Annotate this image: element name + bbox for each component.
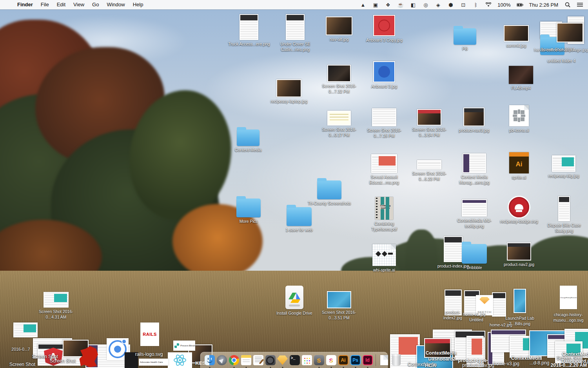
dock-finder[interactable] bbox=[204, 355, 215, 366]
dock-indesign[interactable]: Id bbox=[362, 355, 373, 366]
spotlight-search-icon[interactable] bbox=[564, 2, 571, 8]
dock-textedit[interactable] bbox=[253, 355, 263, 366]
desktop-icon-sprite-ai[interactable]: Ai sprite.ai bbox=[497, 152, 541, 180]
desktop-icon-recipeasy-big[interactable]: recipeasy-big.jpg bbox=[542, 155, 585, 179]
folder-icon bbox=[237, 129, 260, 146]
desktop-icon-ss017[interactable]: Screen Shot 2016-0...0.17 PM bbox=[318, 111, 361, 138]
desktop-folder-context-media[interactable]: Context-Media bbox=[227, 129, 270, 153]
desktop-icon-artboard3-copy[interactable]: Artboard 3 Copy.jpg bbox=[363, 15, 406, 43]
desktop-icon-install-google-drive[interactable]: Install Google Drive bbox=[273, 286, 316, 316]
icon-label: Combining Typefaces.pdf bbox=[363, 221, 406, 232]
dock-terminal[interactable]: >_ bbox=[289, 355, 300, 366]
advocate-health-icon[interactable]: Advocate Health Care bbox=[139, 359, 169, 366]
airplay-display-icon[interactable]: ⊡ bbox=[460, 2, 466, 8]
desktop-folder-tri-county[interactable]: Tri-County Screenshots bbox=[307, 180, 352, 206]
desktop-icon-mu-tooltip[interactable]: ContextMedia MU-tooltip.png bbox=[452, 199, 497, 229]
icon-label: FLAB.mp4 bbox=[511, 86, 531, 91]
desktop-icon-pb-icons[interactable]: pb-icons.ai bbox=[497, 105, 541, 133]
icon-label: PB bbox=[462, 46, 468, 52]
icon-label: rails-logo.svg bbox=[129, 352, 169, 358]
desktop-icon-ss715[interactable]: Screen Shot 2016-0...7.15 PM bbox=[363, 108, 406, 138]
desktop-icon-launchpad-lab[interactable] bbox=[514, 289, 526, 313]
icon-label: sprite.ai bbox=[512, 175, 526, 180]
desktop-folder-pb[interactable]: PB bbox=[443, 28, 486, 52]
chicago-logo-text: ChicagoHistoryMuseum bbox=[560, 297, 577, 299]
desktop-folder-more-pics[interactable]: More Pics bbox=[227, 199, 270, 224]
sketch-mirror-icon[interactable]: ◈ bbox=[435, 2, 441, 8]
desktop-icon-dispute-bills[interactable]: Dispute Bills Case Study.png bbox=[542, 196, 586, 233]
desktop-icon-hands-coffee[interactable] bbox=[557, 23, 583, 42]
menu-edit[interactable]: Edit bbox=[53, 0, 69, 9]
icon-label: recipeasy-laptop.jpg bbox=[270, 99, 307, 104]
dock-photoshop[interactable]: Ps bbox=[350, 355, 361, 366]
desktop-icon-ss732[interactable]: Screen Shot 2016-0...7.32 PM bbox=[318, 65, 361, 94]
desktop-icon-home-v2[interactable] bbox=[492, 292, 506, 317]
desktop-icon-truck[interactable]: Truck Access...ere.png bbox=[227, 14, 270, 47]
menu-window[interactable]: Window bbox=[103, 0, 129, 9]
pdf-cover-text: Combining typefaces bbox=[380, 205, 390, 209]
postgres-elephant-icon[interactable]: ⬢ bbox=[447, 2, 454, 8]
desktop-icon-recipeasy-laptop[interactable]: recipeasy-laptop.jpg bbox=[267, 79, 310, 104]
desktop-icon-nav-alt[interactable]: nav-alt.jpg bbox=[318, 16, 361, 42]
desktop-icon-product-nav3[interactable]: product-nav3.jpg bbox=[452, 107, 495, 133]
caffeine-icon[interactable]: ☕ bbox=[397, 2, 404, 8]
creative-cloud-icon[interactable]: ◎ bbox=[422, 2, 429, 8]
flume-icon[interactable]: ▣ bbox=[372, 2, 379, 8]
dock-notes[interactable] bbox=[241, 355, 251, 366]
desktop-folder-dribbble[interactable]: Dribbble bbox=[452, 244, 497, 271]
menu-finder[interactable]: Finder bbox=[13, 0, 37, 9]
dock-sketch[interactable] bbox=[277, 355, 288, 366]
contextmedia-icon[interactable]: ◧ bbox=[410, 2, 416, 8]
menu-view[interactable]: View bbox=[69, 0, 88, 9]
menu-clock[interactable]: Thu 2:26 PM bbox=[529, 2, 558, 8]
dock-new-document[interactable] bbox=[379, 355, 389, 366]
icon-label: hands-coffee-smartp.Arge.jpg bbox=[532, 47, 588, 53]
prevent-blindness-icon[interactable]: Prevent Blindness bbox=[173, 341, 195, 351]
dock-colorgrid-app[interactable] bbox=[301, 355, 312, 366]
dock-sublime-text[interactable]: S bbox=[314, 355, 324, 366]
desktop-icon-recipeasy-badge[interactable]: recipeasy-badge.svg bbox=[497, 197, 541, 224]
desktop-icon-undercover[interactable]: Under Cover SE Catlin...ries.png bbox=[272, 14, 318, 52]
wifi-icon[interactable] bbox=[485, 2, 492, 8]
dock-illustrator[interactable]: Ai bbox=[338, 355, 348, 366]
desktop-icon-chicago-history[interactable]: ChicagoHistoryMuseum bbox=[560, 286, 577, 309]
file-thumbnail bbox=[327, 111, 351, 126]
rails-logo-icon[interactable]: RAILS bbox=[140, 322, 159, 346]
battery-icon[interactable] bbox=[517, 2, 523, 8]
file-thumbnail bbox=[417, 160, 441, 169]
icon-label: ContextMedia bbox=[417, 350, 465, 357]
dock-slack[interactable]: S bbox=[326, 355, 336, 366]
file-thumbnail bbox=[327, 65, 351, 82]
file-thumbnail bbox=[276, 79, 301, 97]
desktop-icon-ss431[interactable]: Screen Shot 2016-0...4.31 AM bbox=[33, 292, 79, 320]
file-thumbnail bbox=[286, 14, 305, 40]
prevent-text: Prevent Blindness bbox=[180, 344, 199, 347]
desktop-icon-ss351[interactable]: Screen Shot 2016-0...3.51 PM bbox=[318, 291, 361, 321]
notification-center-icon[interactable] bbox=[577, 2, 583, 8]
menu-file[interactable]: File bbox=[37, 0, 53, 9]
dock-trash[interactable] bbox=[391, 355, 401, 366]
desktop-icon-cm-manag[interactable]: Context Media Manag...sers.jpg bbox=[452, 153, 496, 185]
dock-launchpad[interactable] bbox=[216, 355, 227, 366]
desktop-icon-whi-sprite[interactable]: whi-sprite.ai bbox=[361, 244, 407, 273]
desktop-icon-artboard3[interactable]: Artboard 3.jpg bbox=[363, 61, 406, 89]
desktop-icon-product-nav2[interactable]: product-nav2.jpg bbox=[497, 242, 541, 268]
menu-help[interactable]: Help bbox=[129, 0, 147, 9]
pile-thumbnail[interactable] bbox=[13, 322, 38, 337]
desktop-icon-sexual-assault[interactable]: Sexual Assault Educat...ms.png bbox=[361, 154, 407, 185]
desktop-icon-ss354[interactable]: Screen Shot 2016-0...3.54 PM bbox=[408, 109, 451, 138]
google-drive-icon[interactable]: ▲ bbox=[359, 2, 366, 8]
desktop-folder-1-save-for-web[interactable]: 1-save for web bbox=[277, 207, 321, 233]
desktop-icon-combining-typefaces[interactable]: Combining typefaces Combining Typefaces.… bbox=[363, 197, 406, 232]
bluetooth-icon[interactable]: ᛒ bbox=[472, 2, 479, 8]
desktop-icon-ss623[interactable]: Screen Shot 2016-0...6.23 PM bbox=[408, 160, 451, 182]
dropbox-icon[interactable]: ❖ bbox=[385, 2, 391, 8]
desktop-icon-flab[interactable]: FLAB.mp4 bbox=[499, 66, 543, 91]
menu-go[interactable]: Go bbox=[88, 0, 103, 9]
dock-chrome[interactable] bbox=[229, 355, 239, 366]
react-logo-icon[interactable] bbox=[168, 352, 192, 368]
dock-camera-app[interactable] bbox=[265, 355, 276, 366]
desktop-icon-summit[interactable]: summit.jpg bbox=[495, 25, 538, 49]
icon-label: Install Google Drive bbox=[276, 311, 312, 316]
google-drive-installer-icon bbox=[285, 286, 303, 309]
